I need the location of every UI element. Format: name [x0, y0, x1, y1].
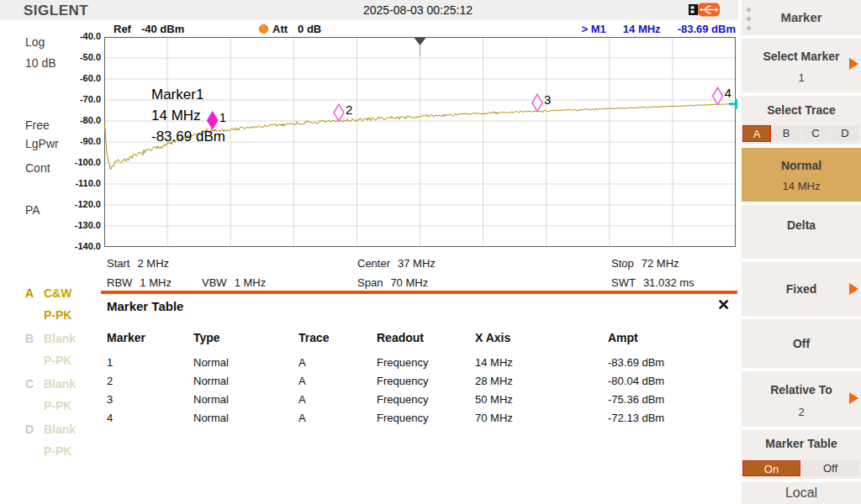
marker-table-header: X Axis	[475, 331, 608, 356]
center-freq-readout: Center37 MHz	[357, 257, 436, 270]
y-tick-label: -90.0	[61, 136, 101, 148]
close-icon[interactable]: ✕	[717, 296, 730, 314]
marker-table-cell: A	[298, 375, 377, 393]
marker-table-cell: 2	[107, 375, 193, 393]
y-tick-label: -130.0	[61, 220, 101, 232]
rbw-readout: RBW1 MHz	[107, 276, 172, 289]
y-tick-label: -100.0	[61, 157, 101, 169]
marker-table-on-option[interactable]: On	[742, 460, 800, 476]
marker-table-cell: 14 MHz	[475, 356, 608, 375]
siglent-logo: SIGLENT	[24, 3, 88, 19]
ref-value: -40 dBm	[141, 23, 184, 35]
y-tick-label: -70.0	[61, 94, 101, 106]
marker-table-cell: -72.13 dBm	[608, 412, 716, 430]
marker-table-cell: 1	[107, 356, 193, 375]
trace-option-d[interactable]: D	[831, 125, 859, 142]
y-tick-label: -50.0	[61, 52, 101, 64]
stop-freq-readout: Stop72 MHz	[611, 257, 679, 270]
marker-table-off-option[interactable]: Off	[801, 460, 859, 476]
span-label: Span	[357, 276, 383, 289]
marker-table-cell: Normal	[193, 356, 298, 375]
marker-table-cell: A	[298, 393, 377, 412]
marker-off-button[interactable]: Off	[742, 319, 861, 368]
power-mode-label: LgPwr	[25, 137, 59, 150]
trace-option-row: ABCD	[742, 125, 859, 142]
trace-option-c[interactable]: C	[801, 125, 830, 142]
marker1-annotation: Marker1 14 MHz -83.69 dBm	[151, 84, 225, 147]
swt-label: SWT	[611, 276, 636, 289]
att-label: Att	[272, 23, 288, 35]
trace-status-b: BBlankP-PK	[25, 332, 76, 367]
y-tick-label: -40.0	[61, 31, 101, 43]
marker-table-cell: A	[298, 356, 377, 375]
sweep-mode-label: Cont	[25, 161, 50, 175]
stop-value: 72 MHz	[642, 257, 679, 270]
menu-panel: Marker Select Marker 1 Select Trace ABCD…	[740, 0, 861, 504]
marker-table-toggle-button[interactable]: Marker Table OnOff	[742, 430, 861, 479]
trace-status-d: DBlankP-PK	[25, 423, 76, 458]
relative-to-button[interactable]: Relative To 2	[742, 371, 861, 427]
local-label: Local	[742, 482, 861, 504]
swt-value: 31.032 ms	[643, 276, 695, 289]
marker-table-cell: 50 MHz	[475, 393, 608, 412]
marker-2-number: 2	[346, 102, 352, 117]
submenu-arrow-icon	[849, 58, 858, 70]
marker-table-toggle-label: Marker Table	[742, 430, 861, 450]
y-tick-label: -60.0	[61, 73, 101, 85]
select-marker-button[interactable]: Select Marker 1	[742, 39, 861, 92]
marker-table-cell: Normal	[193, 393, 298, 412]
center-value: 37 MHz	[398, 257, 436, 270]
menu-title: Marker	[742, 0, 861, 35]
trace-option-a[interactable]: A	[742, 125, 771, 142]
marker-table-cell: Frequency	[377, 393, 475, 412]
marker-table-cell: Frequency	[377, 412, 475, 430]
select-trace-label: Select Trace	[742, 96, 861, 117]
center-label: Center	[357, 257, 390, 270]
marker-table-title: Marker Table	[107, 299, 183, 313]
marker-table-cell: 3	[107, 393, 193, 412]
preamp-label: PA	[25, 203, 40, 217]
marker-id-text: > M1	[582, 23, 606, 35]
marker-table-cell: Frequency	[377, 375, 475, 393]
start-value: 2 MHz	[137, 257, 169, 270]
vbw-value: 1 MHz	[235, 276, 267, 289]
active-marker-readout: > M1 14 MHz -83.69 dBm	[471, 23, 736, 35]
marker-delta-button[interactable]: Delta	[742, 205, 861, 259]
annotation-name: Marker1	[151, 84, 225, 105]
attenuation-readout: Att0 dB	[259, 23, 321, 35]
usb-device-icon	[688, 3, 721, 20]
y-tick-label: -110.0	[61, 178, 101, 190]
y-tick-label: -120.0	[61, 199, 101, 211]
marker-table-header: Type	[193, 331, 298, 356]
marker-2-diamond-icon	[334, 104, 344, 121]
menu-dots-icon	[747, 8, 751, 35]
marker-table: MarkerTypeTraceReadoutX AxisAmpt1NormalA…	[107, 331, 716, 430]
relative-to-label: Relative To	[742, 371, 861, 396]
marker-freq-text: 14 MHz	[623, 23, 661, 35]
swt-readout: SWT31.032 ms	[611, 276, 695, 289]
marker-3-number: 3	[544, 92, 551, 107]
start-freq-readout: Start2 MHz	[107, 257, 169, 270]
marker-3-diamond-icon	[532, 94, 542, 111]
ref-label: Ref	[114, 23, 131, 35]
off-label: Off	[742, 319, 861, 350]
marker-table-cell: -80.04 dBm	[608, 375, 716, 393]
trace-option-b[interactable]: B	[772, 125, 800, 142]
top-status-bar: SIGLENT 2025-08-03 00:25:12	[0, 0, 738, 20]
marker-normal-button[interactable]: Normal 14 MHz	[742, 148, 861, 202]
select-marker-value: 1	[742, 63, 861, 84]
marker-table-cell: Normal	[193, 412, 298, 430]
marker-ampt-text: -83.69 dBm	[678, 23, 736, 35]
vbw-readout: VBW1 MHz	[202, 276, 266, 289]
rbw-value: 1 MHz	[140, 276, 172, 289]
marker-table-cell: 70 MHz	[475, 412, 608, 430]
select-trace-button[interactable]: Select Trace ABCD	[742, 96, 861, 144]
marker-4-number: 4	[725, 86, 732, 100]
local-button[interactable]: Local	[742, 482, 861, 504]
normal-value: 14 MHz	[742, 172, 861, 192]
marker-fixed-button[interactable]: Fixed	[742, 262, 861, 316]
trace-status-c: CBlankP-PK	[25, 377, 76, 412]
span-readout: Span70 MHz	[357, 276, 428, 289]
marker-table-cell: -75.36 dBm	[608, 393, 716, 412]
annotation-ampt: -83.69 dBm	[151, 126, 225, 147]
